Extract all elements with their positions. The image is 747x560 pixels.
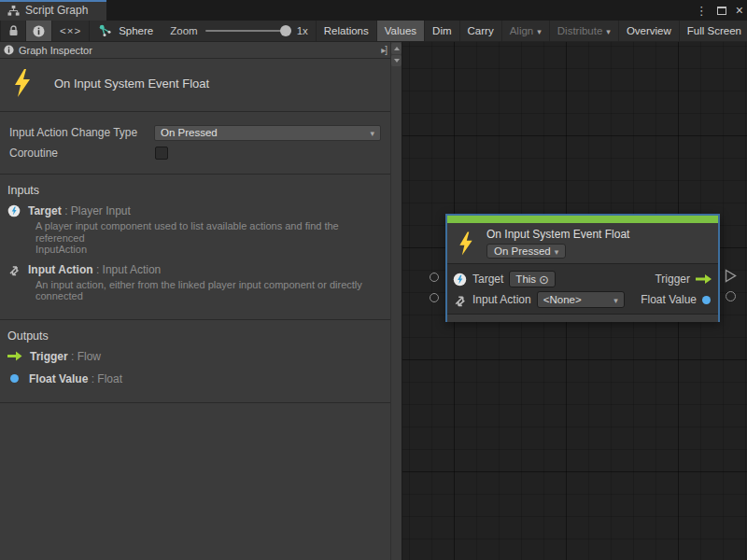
- external-input-action-port[interactable]: [430, 293, 439, 302]
- output-port-trigger: Trigger : Flow: [7, 350, 383, 363]
- node-ports: Target This Trigger: [447, 264, 718, 314]
- node-header[interactable]: On Input System Event Float On Pressed: [447, 223, 718, 264]
- player-input-icon: [7, 204, 21, 217]
- info-icon: [4, 45, 14, 55]
- outputs-header: Outputs: [7, 328, 383, 350]
- collapse-panel-icon[interactable]: ▸]: [381, 45, 387, 55]
- on-input-system-event-float-node[interactable]: On Input System Event Float On Pressed T…: [445, 214, 720, 322]
- scroll-down-button[interactable]: [391, 55, 402, 66]
- input-action-icon: [453, 293, 467, 307]
- inputs-header: Inputs: [7, 182, 383, 204]
- align-button[interactable]: Align: [502, 21, 550, 41]
- float-port-icon: [702, 296, 711, 304]
- scene-object-reference[interactable]: Sphere: [90, 21, 162, 41]
- flow-arrow-icon: [696, 273, 712, 285]
- float-value-port-label: Float Value: [641, 293, 697, 306]
- window-menu-icon[interactable]: ⋮: [696, 4, 708, 18]
- chevron-down-icon: [533, 25, 542, 36]
- event-color-bar: [447, 216, 718, 223]
- target-port-label: Target: [472, 273, 503, 286]
- port-name: Input Action: [28, 263, 93, 276]
- scroll-up-button[interactable]: [391, 43, 402, 54]
- change-type-value: On Pressed: [161, 127, 218, 138]
- external-target-port[interactable]: [430, 273, 439, 282]
- window-titlebar: Script Graph ⋮ ×: [0, 0, 747, 21]
- values-button[interactable]: Values: [377, 21, 425, 41]
- close-icon[interactable]: ×: [736, 4, 743, 17]
- triangle-up-icon: [394, 47, 400, 50]
- input-port-target: Target : Player Input A player input com…: [7, 204, 383, 256]
- input-action-dropdown[interactable]: <None>: [537, 291, 625, 308]
- change-type-label: Input Action Change Type: [9, 126, 154, 139]
- port-type: : Float: [92, 372, 122, 385]
- input-action-port-row: Input Action <None> Float Value: [453, 289, 712, 310]
- port-description: An input action, either from the linked …: [35, 279, 383, 302]
- event-bolt-icon: [11, 68, 34, 98]
- node-title: On Input System Event Float: [486, 228, 629, 241]
- input-port-input-action: Input Action : Input Action An input act…: [7, 263, 383, 302]
- target-object-button[interactable]: This: [509, 271, 556, 287]
- zoom-label: Zoom: [170, 25, 197, 36]
- overview-button[interactable]: Overview: [619, 21, 680, 41]
- coroutine-checkbox[interactable]: [155, 147, 168, 160]
- port-type: : Flow: [71, 350, 101, 363]
- node-footer: [447, 314, 718, 322]
- port-description: A player input component used to list av…: [35, 220, 383, 256]
- inspector-toggle-button[interactable]: [26, 21, 52, 41]
- graph-inspector-panel: Graph Inspector ▸] On Input System Event…: [0, 42, 390, 560]
- target-port-row: Target This Trigger: [453, 269, 712, 289]
- target-picker-icon: [539, 273, 549, 287]
- zoom-value: 1x: [297, 25, 308, 36]
- target-object-value: This: [515, 273, 536, 285]
- outputs-section: Outputs Trigger : Flow Float Value : Flo…: [0, 320, 390, 403]
- tab-title: Script Graph: [25, 4, 88, 17]
- zoom-slider[interactable]: [205, 30, 289, 32]
- distribute-button[interactable]: Distribute: [550, 21, 619, 41]
- tab-script-graph[interactable]: Script Graph: [0, 0, 106, 21]
- input-action-port-label: Input Action: [472, 293, 531, 306]
- lock-icon: [8, 25, 19, 36]
- port-name: Float Value: [29, 372, 88, 385]
- external-float-value-port[interactable]: [726, 291, 736, 301]
- script-graph-icon: [99, 24, 113, 38]
- inspector-node-title: On Input System Event Float: [54, 77, 209, 91]
- inputs-section: Inputs Target : Player Input A player in…: [0, 175, 390, 320]
- player-input-icon: [453, 273, 467, 287]
- chevron-down-icon: [610, 294, 618, 305]
- change-type-dropdown[interactable]: On Pressed: [154, 125, 381, 141]
- relations-button[interactable]: Relations: [316, 21, 377, 41]
- graph-canvas[interactable]: On Input System Event Float On Pressed T…: [402, 42, 747, 560]
- chevron-down-icon: [551, 245, 559, 257]
- flow-arrow-icon: [7, 351, 22, 361]
- trigger-port-label: Trigger: [655, 273, 690, 286]
- zoom-slider-knob[interactable]: [280, 25, 291, 36]
- graph-hierarchy-icon: [7, 5, 20, 17]
- inspector-fields: Input Action Change Type On Pressed Coro…: [0, 112, 390, 175]
- dim-button[interactable]: Dim: [425, 21, 459, 41]
- tab-focus-indicator: [0, 0, 106, 2]
- input-action-value: <None>: [543, 294, 582, 305]
- inspector-node-summary: On Input System Event Float: [0, 59, 390, 112]
- input-action-icon: [7, 263, 21, 276]
- triangle-down-icon: [394, 59, 400, 63]
- inspector-scrollbar[interactable]: [390, 42, 402, 560]
- port-name: Trigger: [30, 350, 68, 363]
- code-view-button[interactable]: <×>: [52, 21, 90, 41]
- graph-toolbar: <×> Sphere Zoom 1x Relations Values Dim …: [0, 21, 747, 42]
- node-mode-dropdown[interactable]: On Pressed: [486, 244, 566, 259]
- lock-button[interactable]: [0, 21, 26, 41]
- port-type: : Player Input: [64, 204, 131, 217]
- chevron-down-icon: [366, 127, 374, 138]
- float-port-icon: [10, 374, 19, 383]
- maximize-icon[interactable]: [717, 7, 726, 15]
- scene-object-label: Sphere: [119, 25, 153, 36]
- distribute-button-label: Distribute: [557, 25, 603, 36]
- output-port-float-value: Float Value : Float: [7, 372, 383, 385]
- full-screen-button[interactable]: Full Screen: [680, 21, 747, 41]
- chevron-down-icon: [602, 25, 611, 36]
- carry-button[interactable]: Carry: [460, 21, 502, 41]
- event-bolt-icon: [457, 230, 475, 258]
- port-type: : Input Action: [96, 263, 161, 276]
- external-trigger-port[interactable]: [725, 269, 737, 283]
- graph-inspector-header: Graph Inspector ▸]: [0, 42, 390, 59]
